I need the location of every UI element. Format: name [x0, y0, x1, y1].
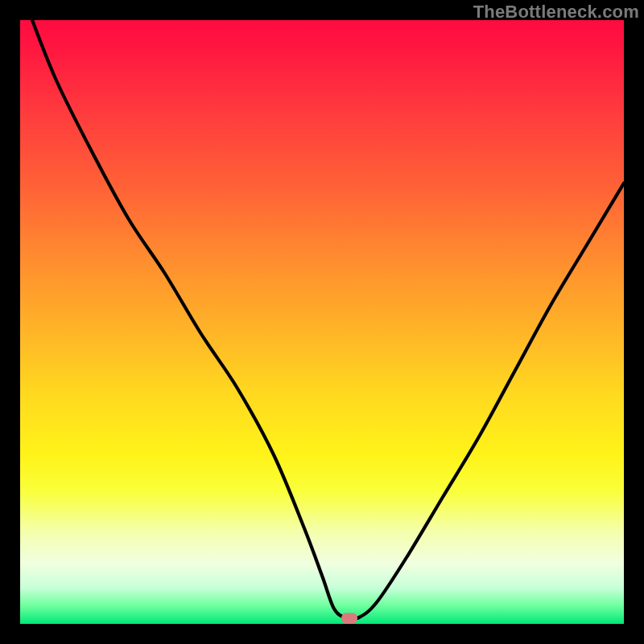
bottleneck-curve	[20, 20, 624, 624]
watermark-text: TheBottleneck.com	[473, 2, 639, 23]
chart-container: TheBottleneck.com	[0, 0, 644, 644]
optimal-point-marker	[341, 613, 357, 623]
